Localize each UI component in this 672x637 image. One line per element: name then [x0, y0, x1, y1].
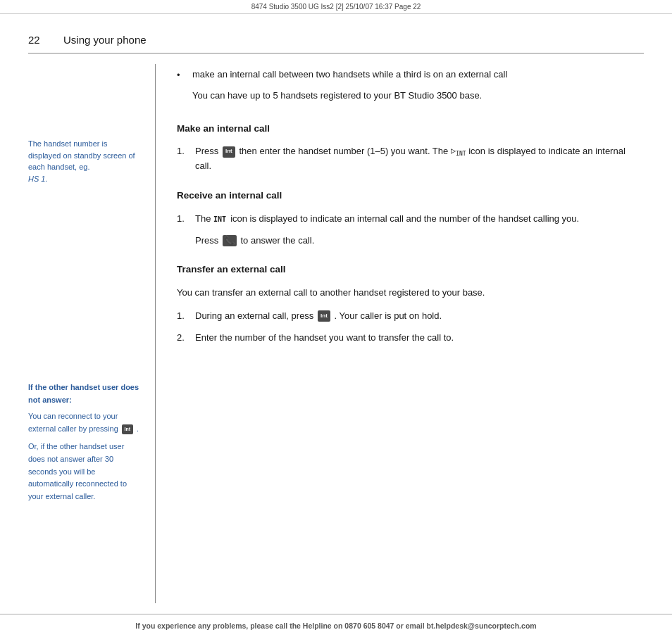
bullet-sub-text-1: You can have up to 5 handsets registered…: [192, 89, 644, 103]
section-receive-internal: Receive an internal call 1. The INT icon…: [177, 188, 644, 248]
int-icon-sidebar: Int: [122, 424, 133, 434]
section-transfer-external: Transfer an external call You can transf…: [177, 262, 644, 345]
step-text-2: The INT icon is displayed to indicate an…: [195, 212, 644, 227]
footer-text: If you experience any problems, please c…: [135, 622, 536, 630]
page-footer: If you experience any problems, please c…: [0, 614, 672, 637]
step-num-3b: 2.: [177, 331, 189, 346]
phone-answer-icon: 📞: [223, 235, 237, 246]
sidebar-warning-text2: Or, if the other handset user does not a…: [28, 441, 141, 503]
step-text-1: Press Int then enter the handset number …: [195, 144, 644, 174]
bullet-dot-1: •: [177, 68, 185, 83]
page-title: Using your phone: [63, 34, 147, 46]
step-num-1: 1.: [177, 144, 189, 174]
sidebar-warning-text1: You can reconnect to your external calle…: [28, 410, 141, 435]
bullet-item-1: • make an internal call between two hand…: [177, 68, 644, 83]
step-text-3b: Enter the number of the handset you want…: [195, 331, 644, 346]
step-1-make: 1. Press Int then enter the handset numb…: [177, 144, 644, 174]
file-info-text: 8474 Studio 3500 UG Iss2 [2] 25/10/07 16…: [251, 3, 421, 11]
page-container: 22 Using your phone The handset number i…: [0, 14, 672, 637]
bullet-text-1: make an internal call between two handse…: [192, 68, 507, 83]
section-heading-1: Make an internal call: [177, 121, 644, 137]
step-num-3a: 1.: [177, 309, 189, 324]
page-header: 22 Using your phone: [0, 14, 672, 53]
int-icon-1: Int: [223, 146, 235, 158]
main-content: • make an internal call between two hand…: [156, 53, 644, 614]
bullet-section: • make an internal call between two hand…: [177, 68, 644, 103]
section-make-internal: Make an internal call 1. Press Int then …: [177, 121, 644, 175]
top-header-bar: 8474 Studio 3500 UG Iss2 [2] 25/10/07 16…: [0, 0, 672, 14]
int-icon-transfer: Int: [318, 310, 330, 322]
step-2-transfer: 2. Enter the number of the handset you w…: [177, 331, 644, 346]
page-number: 22: [28, 34, 63, 46]
sidebar-warning-title: If the other handset user does not answe…: [28, 381, 141, 406]
section-heading-2: Receive an internal call: [177, 188, 644, 203]
step-1-receive: 1. The INT icon is displayed to indicate…: [177, 212, 644, 227]
press-answer: Press 📞 to answer the call.: [195, 234, 644, 248]
sidebar-warning: If the other handset user does not answe…: [28, 381, 141, 503]
left-sidebar: The handset number is displayed on stand…: [28, 53, 155, 614]
sidebar-note-1: The handset number is displayed on stand…: [28, 138, 141, 184]
int-text-icon: INT: [213, 215, 230, 222]
step-1-transfer: 1. During an external call, press Int . …: [177, 309, 644, 324]
content-area: The handset number is displayed on stand…: [0, 53, 672, 614]
step-text-3a: During an external call, press Int . You…: [195, 309, 644, 324]
int-sub-icon: ▷INT: [451, 146, 466, 156]
section3-intro: You can transfer an external call to ano…: [177, 286, 644, 301]
section-heading-3: Transfer an external call: [177, 262, 644, 277]
step-num-2: 1.: [177, 212, 189, 227]
